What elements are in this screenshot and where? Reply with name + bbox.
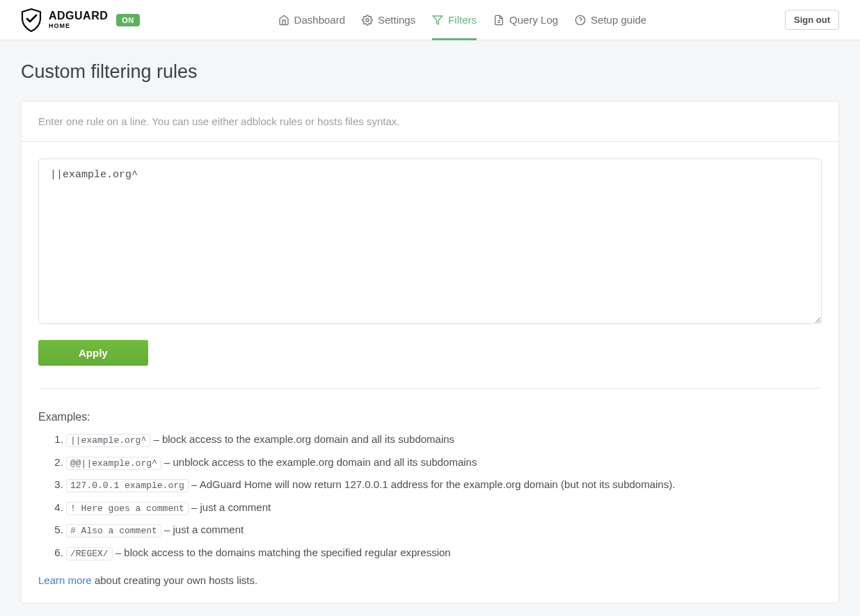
- example-item: 127.0.0.1 example.org – AdGuard Home wil…: [66, 477, 822, 493]
- logo-group: ADGUARD HOME ON: [21, 8, 140, 32]
- nav-label: Setup guide: [591, 14, 646, 26]
- home-icon: [278, 15, 289, 26]
- card-header: Enter one rule on a line. You can use ei…: [22, 102, 838, 142]
- sign-out-button[interactable]: Sign out: [785, 10, 839, 30]
- example-code: /REGEX/: [66, 547, 113, 560]
- apply-button[interactable]: Apply: [38, 340, 148, 366]
- gear-icon: [362, 15, 373, 26]
- example-code: 127.0.0.1 example.org: [66, 479, 189, 492]
- example-item: ||example.org^ – block access to the exa…: [66, 432, 822, 448]
- file-icon: [493, 15, 504, 26]
- example-item: /REGEX/ – block access to the domains ma…: [66, 545, 822, 561]
- nav-label: Dashboard: [294, 14, 345, 26]
- example-item: # Also a comment – just a comment: [66, 522, 822, 538]
- nav-dashboard[interactable]: Dashboard: [278, 0, 345, 40]
- example-code: @@||example.org^: [66, 457, 161, 470]
- app-header: ADGUARD HOME ON Dashboard Settings: [0, 0, 860, 40]
- rules-card: Enter one rule on a line. You can use ei…: [21, 101, 839, 603]
- nav-label: Settings: [378, 14, 415, 26]
- main-nav: Dashboard Settings Filters: [278, 0, 647, 40]
- example-code: # Also a comment: [66, 524, 161, 537]
- card-body: Apply Examples: ||example.org^ – block a…: [22, 142, 838, 603]
- example-item: ! Here goes a comment – just a comment: [66, 500, 822, 516]
- nav-settings[interactable]: Settings: [362, 0, 415, 40]
- help-icon: [575, 15, 586, 26]
- example-desc: – block access to the domains matching t…: [113, 546, 451, 558]
- logo-text: ADGUARD HOME: [49, 10, 108, 29]
- filter-icon: [432, 15, 443, 26]
- status-badge[interactable]: ON: [116, 14, 140, 26]
- nav-filters[interactable]: Filters: [432, 0, 477, 40]
- page-container: Custom filtering rules Enter one rule on…: [0, 40, 860, 616]
- svg-point-0: [366, 19, 369, 22]
- examples-title: Examples:: [38, 411, 822, 423]
- divider: [38, 388, 822, 389]
- example-item: @@||example.org^ – unblock access to the…: [66, 455, 822, 471]
- rules-textarea[interactable]: [38, 159, 822, 324]
- brand-sub: HOME: [49, 23, 108, 29]
- shield-icon: [21, 8, 42, 32]
- page-title: Custom filtering rules: [21, 61, 839, 83]
- example-code: ||example.org^: [66, 434, 150, 447]
- example-code: ! Here goes a comment: [66, 502, 189, 515]
- example-desc: – AdGuard Home will now return 127.0.0.1…: [189, 478, 676, 490]
- nav-setup[interactable]: Setup guide: [575, 0, 646, 40]
- example-desc: – block access to the example.org domain…: [150, 433, 454, 445]
- nav-label: Query Log: [509, 14, 558, 26]
- learn-more-rest: about creating your own hosts lists.: [92, 574, 257, 586]
- nav-label: Filters: [448, 14, 477, 26]
- logo[interactable]: ADGUARD HOME: [21, 8, 108, 32]
- svg-marker-1: [433, 16, 443, 24]
- example-desc: – just a comment: [189, 501, 271, 513]
- learn-more-link[interactable]: Learn more: [38, 574, 92, 586]
- brand-main: ADGUARD: [49, 10, 108, 22]
- example-desc: – unblock access to the example.org doma…: [161, 456, 477, 468]
- example-desc: – just a comment: [161, 524, 244, 535]
- learn-more-line: Learn more about creating your own hosts…: [38, 574, 822, 586]
- examples-list: ||example.org^ – block access to the exa…: [38, 432, 822, 560]
- nav-querylog[interactable]: Query Log: [493, 0, 558, 40]
